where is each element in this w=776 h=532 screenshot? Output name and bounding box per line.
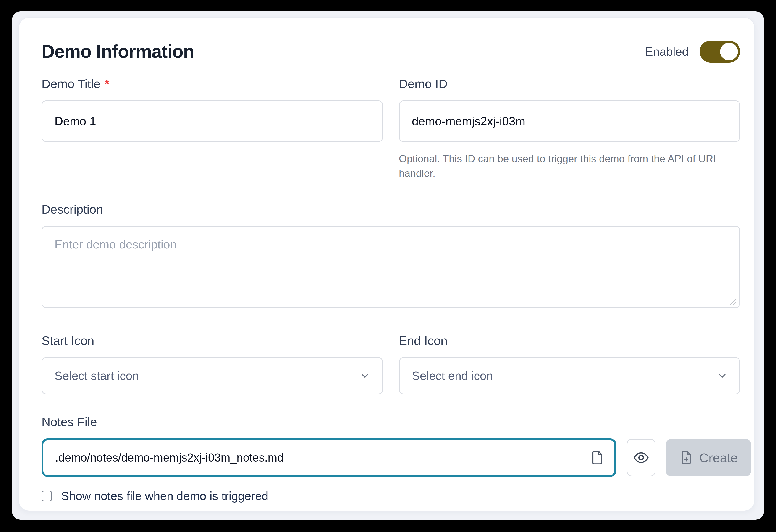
start-icon-select[interactable]: Select start icon — [41, 357, 383, 394]
notes-file-label: Notes File — [41, 414, 740, 430]
end-icon-field: End Icon Select end icon — [399, 333, 740, 394]
description-textarea-wrap — [41, 226, 740, 309]
notes-file-label-text: Notes File — [41, 414, 97, 430]
demo-title-input[interactable] — [41, 100, 383, 142]
notes-file-input-group — [41, 439, 616, 477]
file-plus-icon — [679, 451, 694, 465]
notes-file-row: Create — [41, 439, 740, 477]
enabled-toggle[interactable] — [700, 41, 740, 62]
window-frame: Demo Information Enabled Demo Title * De… — [12, 11, 764, 520]
create-button-label: Create — [699, 450, 738, 465]
end-icon-select-value: Select end icon — [412, 369, 493, 382]
chevron-down-icon — [716, 370, 728, 382]
start-icon-field: Start Icon Select start icon — [41, 333, 383, 394]
demo-title-field: Demo Title * — [41, 76, 383, 142]
chevron-down-icon — [359, 370, 371, 382]
browse-file-button[interactable] — [580, 440, 614, 475]
create-notes-button[interactable]: Create — [666, 439, 751, 476]
notes-file-section: Notes File — [41, 414, 740, 503]
required-asterisk: * — [105, 76, 109, 92]
toggle-knob — [720, 43, 738, 60]
card-header: Demo Information Enabled — [41, 41, 740, 62]
start-icon-label-text: Start Icon — [41, 333, 94, 348]
end-icon-select[interactable]: Select end icon — [399, 357, 740, 394]
start-icon-select-value: Select start icon — [54, 369, 139, 382]
icons-row: Start Icon Select start icon End Icon Se… — [41, 333, 740, 394]
demo-id-helper-text: Optional. This ID can be used to trigger… — [399, 152, 737, 181]
eye-icon — [633, 450, 649, 466]
file-icon — [590, 450, 605, 465]
preview-notes-button[interactable] — [627, 439, 655, 476]
notes-file-input[interactable] — [43, 440, 580, 475]
end-icon-label-text: End Icon — [399, 333, 447, 348]
demo-information-card: Demo Information Enabled Demo Title * De… — [18, 17, 755, 511]
title-id-row: Demo Title * Demo ID Optional. This ID c… — [41, 76, 740, 181]
description-textarea[interactable] — [41, 226, 740, 308]
start-icon-label: Start Icon — [41, 333, 383, 348]
enabled-control: Enabled — [645, 41, 740, 62]
demo-title-label: Demo Title * — [41, 76, 383, 92]
show-notes-checkbox-label: Show notes file when demo is triggered — [61, 489, 268, 503]
demo-id-input[interactable] — [399, 100, 740, 142]
show-notes-checkbox[interactable] — [41, 491, 52, 501]
demo-title-label-text: Demo Title — [41, 76, 101, 92]
demo-id-field: Demo ID Optional. This ID can be used to… — [399, 76, 740, 181]
description-label: Description — [41, 201, 740, 217]
demo-id-label-text: Demo ID — [399, 76, 447, 92]
enabled-label: Enabled — [645, 45, 689, 58]
show-notes-checkbox-row: Show notes file when demo is triggered — [41, 489, 740, 503]
end-icon-label: End Icon — [399, 333, 740, 348]
description-label-text: Description — [41, 201, 103, 217]
page-title: Demo Information — [41, 41, 194, 62]
demo-id-label: Demo ID — [399, 76, 740, 92]
description-section: Description — [41, 201, 740, 309]
